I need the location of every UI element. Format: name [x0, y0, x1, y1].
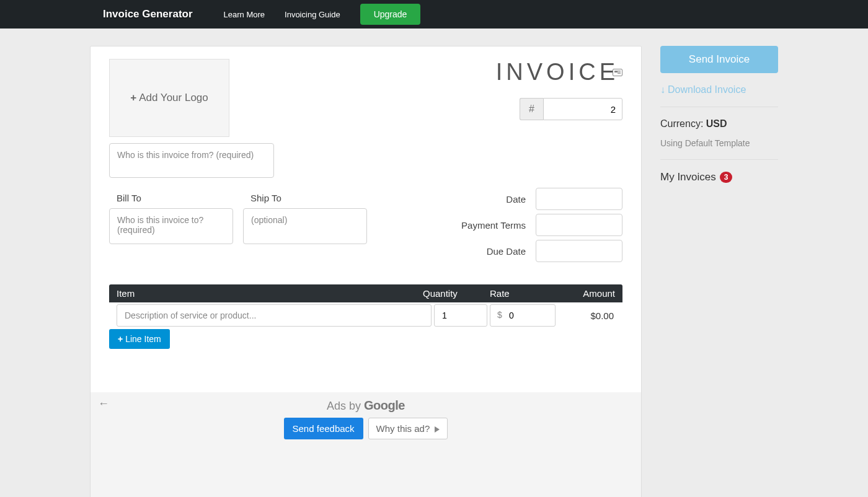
divider: [660, 159, 778, 160]
why-this-ad-label: Why this ad?: [376, 423, 430, 434]
ads-label: Ads by Google: [98, 398, 634, 413]
download-icon: ↓: [660, 84, 665, 95]
th-item: Item: [117, 288, 423, 299]
send-feedback-button[interactable]: Send feedback: [284, 418, 363, 439]
arrow-left-icon[interactable]: ←: [98, 397, 109, 410]
my-invoices-label: My Invoices: [660, 171, 716, 183]
my-invoices-link[interactable]: My Invoices 3: [660, 171, 778, 183]
add-logo-label: Add Your Logo: [139, 92, 208, 104]
invoice-title: INVOICE: [496, 59, 622, 86]
add-line-item-button[interactable]: + Line Item: [109, 329, 170, 349]
send-invoice-button[interactable]: Send Invoice: [660, 46, 778, 73]
invoice-card: + Add Your Logo INVOICE # Bill To: [90, 46, 642, 497]
brand-logo[interactable]: Invoice Generator: [103, 8, 193, 20]
nav-learn-more[interactable]: Learn More: [224, 10, 265, 19]
card-icon: [613, 69, 622, 76]
date-label: Date: [506, 194, 526, 205]
due-date-input[interactable]: [536, 240, 622, 262]
invoice-title-text: INVOICE: [496, 59, 619, 85]
bill-to-label: Bill To: [109, 188, 243, 208]
th-rate: Rate: [479, 288, 547, 299]
bill-to-input[interactable]: [109, 208, 233, 244]
plus-icon: +: [130, 92, 136, 104]
currency-symbol: $: [497, 310, 502, 320]
date-input[interactable]: [536, 188, 622, 210]
currency-line[interactable]: Currency: USD: [660, 118, 778, 130]
item-description-input[interactable]: [117, 304, 432, 327]
add-logo-dropzone[interactable]: + Add Your Logo: [109, 59, 229, 137]
why-this-ad-button[interactable]: Why this ad?: [368, 418, 448, 439]
payment-terms-label: Payment Terms: [461, 220, 526, 231]
line-items-header: Item Quantity Rate Amount: [109, 284, 622, 302]
invoice-count-badge: 3: [720, 172, 733, 183]
add-line-label: Line Item: [125, 334, 161, 344]
play-icon: [435, 426, 440, 433]
from-input[interactable]: [109, 143, 274, 178]
th-amount: Amount: [547, 288, 615, 299]
navbar: Invoice Generator Learn More Invoicing G…: [0, 0, 868, 29]
currency-value: USD: [706, 118, 727, 129]
download-label: Download Invoice: [668, 84, 746, 95]
upgrade-button[interactable]: Upgrade: [360, 4, 421, 25]
due-date-label: Due Date: [487, 246, 526, 257]
invoice-number-prefix: #: [520, 98, 543, 120]
ship-to-input[interactable]: [243, 208, 367, 244]
ad-block: ← Ads by Google Send feedback Why this a…: [91, 392, 641, 497]
sidebar: Send Invoice ↓ Download Invoice Currency…: [660, 46, 778, 183]
ship-to-label: Ship To: [243, 188, 377, 208]
item-amount: $0.00: [558, 310, 615, 321]
plus-icon: +: [118, 334, 123, 344]
payment-terms-input[interactable]: [536, 214, 622, 236]
currency-label: Currency:: [660, 118, 706, 129]
invoice-number-input[interactable]: [543, 98, 622, 120]
template-line[interactable]: Using Default Template: [660, 138, 778, 148]
divider: [660, 107, 778, 107]
th-quantity: Quantity: [423, 288, 479, 299]
item-quantity-input[interactable]: [434, 304, 487, 327]
table-row: $ $0.00: [109, 302, 622, 327]
nav-invoicing-guide[interactable]: Invoicing Guide: [285, 10, 340, 19]
download-invoice-button[interactable]: ↓ Download Invoice: [660, 84, 778, 95]
ads-brand: Google: [364, 398, 405, 412]
ads-prefix: Ads by: [327, 400, 364, 412]
